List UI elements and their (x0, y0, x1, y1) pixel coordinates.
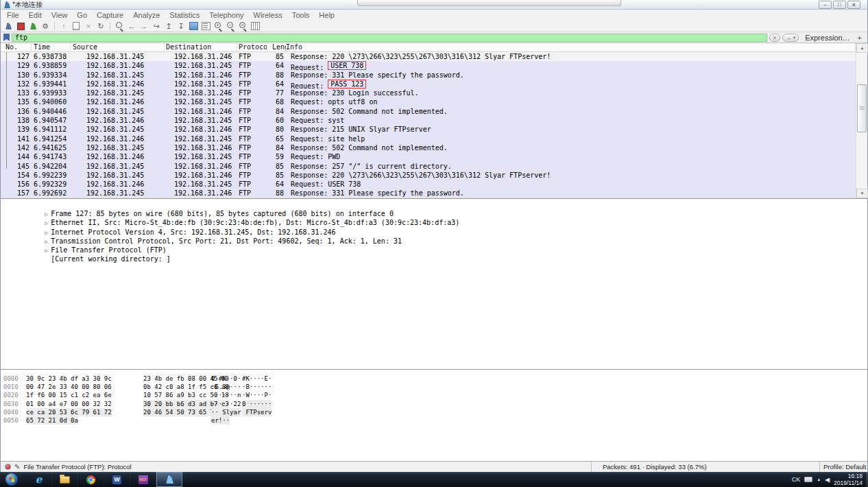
minimize-button[interactable]: – (819, 1, 832, 9)
packet-row[interactable]: 141 6.941254 192.168.31.246 192.168.31.2… (1, 134, 856, 143)
zoom-out-icon[interactable]: − (225, 21, 236, 31)
hex-bytes-group1[interactable]: 01 00 a4 e7 00 00 32 32 (26, 400, 112, 408)
hex-row[interactable]: 0030 01 00 a4 e7 00 00 32 32 30 20 bb b6… (1, 400, 867, 408)
capture-options-icon[interactable]: ⚙ (40, 21, 51, 31)
taskbar-chrome[interactable] (78, 472, 104, 487)
column-header[interactable]: Protocol (237, 43, 267, 51)
start-capture-icon[interactable] (3, 21, 14, 31)
clock[interactable]: 16:18 2019/11/14 (834, 473, 865, 486)
packet-row[interactable]: 144 6.941743 192.168.31.246 192.168.31.2… (1, 152, 856, 161)
packet-row[interactable]: 156 6.992329 192.168.31.246 192.168.31.2… (1, 180, 856, 189)
hex-ascii-group1[interactable]: ······22 (211, 400, 241, 408)
menu-item[interactable]: Go (72, 10, 92, 21)
close-button[interactable]: × (847, 1, 860, 9)
hex-ascii-group2[interactable]: #K····E· (242, 375, 272, 383)
column-header[interactable]: Time (32, 43, 71, 51)
packet-row[interactable]: 142 6.941625 192.168.31.245 192.168.31.2… (1, 143, 856, 152)
hex-row[interactable]: 0000 30 9c 23 4b df a3 30 9c 23 4b de fb… (1, 375, 867, 383)
menu-item[interactable]: View (47, 10, 73, 21)
packet-row[interactable]: 133 6.939933 192.168.31.245 192.168.31.2… (1, 88, 856, 97)
volume-icon[interactable]: ◀) (825, 477, 830, 483)
stop-capture-icon[interactable] (15, 21, 26, 31)
hex-ascii-group2[interactable]: ·B······ (242, 383, 272, 391)
packet-row[interactable]: 132 6.939441 192.168.31.246 192.168.31.2… (1, 80, 856, 88)
status-profile[interactable]: Profile: Default (819, 462, 867, 472)
expander-icon[interactable]: ▷ (45, 228, 51, 237)
go-first-packet-icon[interactable]: ↥ (163, 21, 174, 31)
packet-row[interactable]: 135 6.940060 192.168.31.246 192.168.31.2… (1, 97, 856, 106)
capture-comment-icon[interactable]: ✎ (14, 463, 20, 471)
taskbar-wireshark[interactable] (156, 472, 182, 487)
menu-item[interactable]: Wireless (249, 10, 287, 21)
display-filter-input[interactable] (12, 34, 767, 42)
hidden-icons-arrow[interactable]: ▲ (817, 477, 821, 482)
maximize-button[interactable]: □ (833, 1, 846, 9)
title-bar[interactable]: *本地连接 – □ × (1, 0, 867, 10)
resize-columns-icon[interactable] (250, 21, 261, 31)
packet-row[interactable]: 139 6.941112 192.168.31.245 192.168.31.2… (1, 125, 856, 134)
filter-clear-button[interactable]: × (769, 34, 780, 42)
menu-item[interactable]: Help (314, 10, 339, 21)
expander-icon[interactable]: ▷ (45, 210, 51, 219)
menu-item[interactable]: Capture (92, 10, 128, 21)
packet-row[interactable]: 129 6.938859 192.168.31.246 192.168.31.2… (1, 61, 856, 70)
column-header[interactable]: Info (286, 43, 856, 51)
language-indicator[interactable]: CK (792, 476, 801, 483)
hex-row[interactable]: 0050 65 72 21 0d 0a er!·· (1, 416, 867, 425)
hex-bytes-group1[interactable]: 1f f6 00 15 c1 c2 ea 6e (26, 391, 112, 399)
taskbar-ie[interactable]: e (26, 472, 52, 487)
hex-bytes-group1[interactable]: 65 72 21 0d 0a (26, 416, 78, 425)
packet-row[interactable]: 138 6.940547 192.168.31.246 192.168.31.2… (1, 116, 856, 125)
column-header[interactable]: Length (267, 43, 286, 51)
taskbar-explorer[interactable] (52, 472, 78, 487)
scrollbar-thumb[interactable] (857, 84, 867, 132)
filter-bookmark-icon[interactable] (3, 34, 10, 41)
scroll-up-icon[interactable]: ▲ (856, 43, 868, 53)
column-header[interactable]: Source (71, 43, 165, 51)
hex-row[interactable]: 0020 1f f6 00 15 c1 c2 ea 6e 10 57 86 a9… (1, 391, 867, 399)
restart-capture-icon[interactable] (27, 21, 38, 31)
taskbar-hex-editor[interactable]: HEX (130, 472, 156, 487)
zoom-in-icon[interactable]: + (213, 21, 224, 31)
start-button[interactable] (5, 473, 18, 486)
hex-ascii-group2[interactable]: ·W····P· (242, 391, 272, 399)
packet-row[interactable]: 157 6.992692 192.168.31.245 192.168.31.2… (1, 189, 856, 198)
menu-item[interactable]: File (2, 10, 24, 21)
open-capture-icon[interactable]: ↑ (58, 21, 69, 31)
find-packet-icon[interactable] (114, 21, 125, 31)
autoscroll-icon[interactable] (188, 21, 199, 31)
go-forward-icon[interactable]: → (138, 21, 149, 31)
packet-row[interactable]: 154 6.992239 192.168.31.245 192.168.31.2… (1, 171, 856, 180)
hex-ascii-group1[interactable]: ·· Slyar (211, 408, 241, 416)
hex-bytes-group1[interactable]: ce ca 20 53 6c 79 61 72 (26, 408, 112, 416)
menu-item[interactable]: Edit (24, 10, 47, 21)
colorize-icon[interactable] (200, 21, 211, 31)
hex-ascii-group1[interactable]: er!·· (211, 416, 230, 425)
hex-row[interactable]: 0010 00 47 2e 33 40 00 80 06 0b 42 c0 a8… (1, 383, 867, 391)
menu-item[interactable]: Analyze (128, 10, 165, 21)
hex-ascii-group2[interactable]: 0 ······ (242, 400, 272, 408)
column-header[interactable]: No. (1, 43, 32, 51)
keyboard-icon[interactable] (804, 477, 812, 482)
scroll-down-icon[interactable]: ▼ (856, 189, 868, 198)
filter-apply-button[interactable]: →▾ (782, 34, 799, 42)
hex-ascii-group2[interactable]: FTPserv (242, 408, 272, 416)
expression-button[interactable]: Expression… (801, 34, 854, 42)
expander-icon[interactable]: ▷ (45, 246, 51, 255)
menu-item[interactable]: Tools (287, 10, 315, 21)
menu-item[interactable]: Statistics (165, 10, 204, 21)
menu-item[interactable]: Telephony (204, 10, 248, 21)
go-back-icon[interactable]: ← (126, 21, 137, 31)
hex-ascii-group1[interactable]: ·······n (211, 391, 241, 399)
expander-icon[interactable]: ▷ (45, 237, 51, 246)
expander-icon[interactable]: ▷ (45, 219, 51, 228)
filter-add-button[interactable]: + (856, 34, 865, 42)
packet-row[interactable]: 136 6.940446 192.168.31.245 192.168.31.2… (1, 107, 856, 116)
reload-capture-icon[interactable]: ↻ (95, 21, 106, 31)
taskbar-word[interactable]: W (104, 472, 130, 487)
packet-row[interactable]: 145 6.942204 192.168.31.245 192.168.31.2… (1, 162, 856, 171)
packet-list-scrollbar[interactable]: ▲ ▼ (856, 43, 867, 198)
go-last-packet-icon[interactable]: ↧ (176, 21, 186, 31)
packet-row[interactable]: 127 6.938738 192.168.31.245 192.168.31.2… (1, 52, 856, 61)
hex-ascii-group1[interactable]: 0·#K··0· (211, 375, 241, 383)
